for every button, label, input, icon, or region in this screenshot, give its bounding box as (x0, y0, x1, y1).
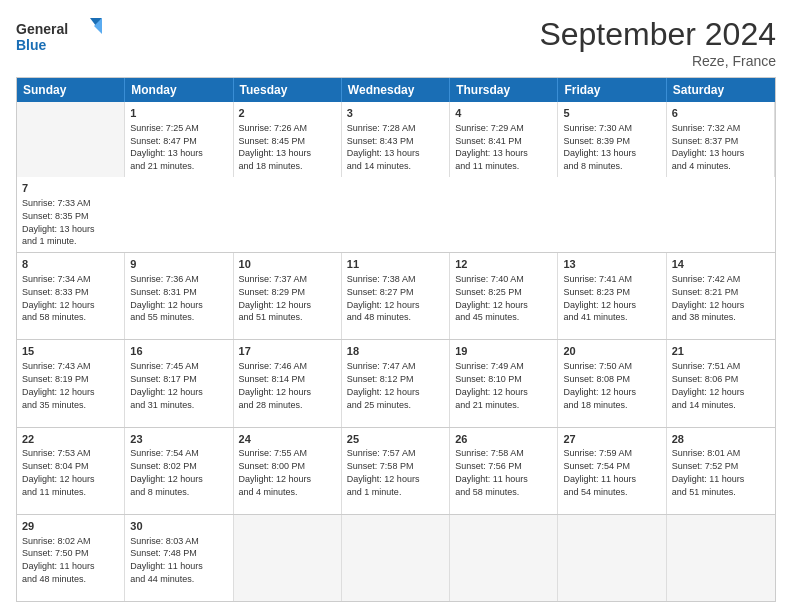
cell-text: Sunrise: 7:25 AMSunset: 8:47 PMDaylight:… (130, 123, 203, 171)
day-number: 27 (563, 432, 660, 447)
cell-text: Sunrise: 8:02 AMSunset: 7:50 PMDaylight:… (22, 536, 95, 584)
week-row-3: 15 Sunrise: 7:43 AMSunset: 8:19 PMDaylig… (17, 340, 775, 427)
cell-text: Sunrise: 7:59 AMSunset: 7:54 PMDaylight:… (563, 448, 636, 496)
cal-cell-sep4: 4 Sunrise: 7:29 AMSunset: 8:41 PMDayligh… (450, 102, 558, 177)
month-title: September 2024 (539, 16, 776, 53)
day-number: 14 (672, 257, 770, 272)
day-number: 25 (347, 432, 444, 447)
cell-text: Sunrise: 7:28 AMSunset: 8:43 PMDaylight:… (347, 123, 420, 171)
cell-text: Sunrise: 7:53 AMSunset: 8:04 PMDaylight:… (22, 448, 95, 496)
day-number: 20 (563, 344, 660, 359)
day-number: 24 (239, 432, 336, 447)
header-tuesday: Tuesday (234, 78, 342, 102)
cal-cell-sep11: 11 Sunrise: 7:38 AMSunset: 8:27 PMDaylig… (342, 253, 450, 339)
logo: General Blue (16, 16, 106, 58)
cell-text: Sunrise: 7:50 AMSunset: 8:08 PMDaylight:… (563, 361, 636, 409)
cal-cell-sep26: 26 Sunrise: 7:58 AMSunset: 7:56 PMDaylig… (450, 428, 558, 514)
calendar-body: 1 Sunrise: 7:25 AMSunset: 8:47 PMDayligh… (17, 102, 775, 601)
cell-text: Sunrise: 7:47 AMSunset: 8:12 PMDaylight:… (347, 361, 420, 409)
day-number: 5 (563, 106, 660, 121)
cell-text: Sunrise: 7:32 AMSunset: 8:37 PMDaylight:… (672, 123, 745, 171)
cal-cell-sep7: 7 Sunrise: 7:33 AMSunset: 8:35 PMDayligh… (17, 177, 125, 252)
cell-text: Sunrise: 7:45 AMSunset: 8:17 PMDaylight:… (130, 361, 203, 409)
day-number: 3 (347, 106, 444, 121)
calendar: Sunday Monday Tuesday Wednesday Thursday… (16, 77, 776, 602)
cal-cell-sep12: 12 Sunrise: 7:40 AMSunset: 8:25 PMDaylig… (450, 253, 558, 339)
cal-cell-sep5: 5 Sunrise: 7:30 AMSunset: 8:39 PMDayligh… (558, 102, 666, 177)
day-number: 16 (130, 344, 227, 359)
cal-cell-sep29: 29 Sunrise: 8:02 AMSunset: 7:50 PMDaylig… (17, 515, 125, 601)
cell-text: Sunrise: 7:42 AMSunset: 8:21 PMDaylight:… (672, 274, 745, 322)
day-number: 17 (239, 344, 336, 359)
cell-text: Sunrise: 7:46 AMSunset: 8:14 PMDaylight:… (239, 361, 312, 409)
day-number: 29 (22, 519, 119, 534)
cal-cell-empty-5 (558, 515, 666, 601)
cal-cell-sep17: 17 Sunrise: 7:46 AMSunset: 8:14 PMDaylig… (234, 340, 342, 426)
logo-svg: General Blue (16, 16, 106, 58)
cal-cell-empty-3 (342, 515, 450, 601)
cell-text: Sunrise: 7:58 AMSunset: 7:56 PMDaylight:… (455, 448, 528, 496)
cal-cell-sep18: 18 Sunrise: 7:47 AMSunset: 8:12 PMDaylig… (342, 340, 450, 426)
day-number: 26 (455, 432, 552, 447)
day-number: 8 (22, 257, 119, 272)
cell-text: Sunrise: 8:03 AMSunset: 7:48 PMDaylight:… (130, 536, 203, 584)
svg-text:Blue: Blue (16, 37, 47, 53)
day-number: 12 (455, 257, 552, 272)
cell-text: Sunrise: 7:51 AMSunset: 8:06 PMDaylight:… (672, 361, 745, 409)
cal-cell-sep19: 19 Sunrise: 7:49 AMSunset: 8:10 PMDaylig… (450, 340, 558, 426)
cal-cell-sep24: 24 Sunrise: 7:55 AMSunset: 8:00 PMDaylig… (234, 428, 342, 514)
header-saturday: Saturday (667, 78, 775, 102)
cell-text: Sunrise: 7:38 AMSunset: 8:27 PMDaylight:… (347, 274, 420, 322)
cal-cell-sep22: 22 Sunrise: 7:53 AMSunset: 8:04 PMDaylig… (17, 428, 125, 514)
cell-text: Sunrise: 7:40 AMSunset: 8:25 PMDaylight:… (455, 274, 528, 322)
cal-cell-sep3: 3 Sunrise: 7:28 AMSunset: 8:43 PMDayligh… (342, 102, 450, 177)
header-friday: Friday (558, 78, 666, 102)
day-number: 30 (130, 519, 227, 534)
day-number: 4 (455, 106, 552, 121)
cal-cell-sep14: 14 Sunrise: 7:42 AMSunset: 8:21 PMDaylig… (667, 253, 775, 339)
cal-cell-sep30: 30 Sunrise: 8:03 AMSunset: 7:48 PMDaylig… (125, 515, 233, 601)
cal-cell-sep13: 13 Sunrise: 7:41 AMSunset: 8:23 PMDaylig… (558, 253, 666, 339)
day-number: 15 (22, 344, 119, 359)
page: General Blue September 2024 Reze, France… (0, 0, 792, 612)
cell-text: Sunrise: 8:01 AMSunset: 7:52 PMDaylight:… (672, 448, 745, 496)
week-row-4: 22 Sunrise: 7:53 AMSunset: 8:04 PMDaylig… (17, 428, 775, 515)
cal-cell-sep10: 10 Sunrise: 7:37 AMSunset: 8:29 PMDaylig… (234, 253, 342, 339)
cell-text: Sunrise: 7:29 AMSunset: 8:41 PMDaylight:… (455, 123, 528, 171)
cell-text: Sunrise: 7:33 AMSunset: 8:35 PMDaylight:… (22, 198, 95, 246)
title-block: September 2024 Reze, France (539, 16, 776, 69)
cal-cell-sep9: 9 Sunrise: 7:36 AMSunset: 8:31 PMDayligh… (125, 253, 233, 339)
cal-cell-sep27: 27 Sunrise: 7:59 AMSunset: 7:54 PMDaylig… (558, 428, 666, 514)
calendar-header: Sunday Monday Tuesday Wednesday Thursday… (17, 78, 775, 102)
week-row-5: 29 Sunrise: 8:02 AMSunset: 7:50 PMDaylig… (17, 515, 775, 601)
cal-cell-sep23: 23 Sunrise: 7:54 AMSunset: 8:02 PMDaylig… (125, 428, 233, 514)
day-number: 21 (672, 344, 770, 359)
day-number: 18 (347, 344, 444, 359)
cal-cell-sep28: 28 Sunrise: 8:01 AMSunset: 7:52 PMDaylig… (667, 428, 775, 514)
cal-cell-empty-1 (17, 102, 125, 177)
cal-cell-sep6: 6 Sunrise: 7:32 AMSunset: 8:37 PMDayligh… (667, 102, 775, 177)
header-wednesday: Wednesday (342, 78, 450, 102)
cal-cell-empty-4 (450, 515, 558, 601)
cal-cell-sep8: 8 Sunrise: 7:34 AMSunset: 8:33 PMDayligh… (17, 253, 125, 339)
cell-text: Sunrise: 7:49 AMSunset: 8:10 PMDaylight:… (455, 361, 528, 409)
day-number: 28 (672, 432, 770, 447)
cal-cell-sep20: 20 Sunrise: 7:50 AMSunset: 8:08 PMDaylig… (558, 340, 666, 426)
day-number: 7 (22, 181, 120, 196)
day-number: 23 (130, 432, 227, 447)
cell-text: Sunrise: 7:57 AMSunset: 7:58 PMDaylight:… (347, 448, 420, 496)
header-sunday: Sunday (17, 78, 125, 102)
header-thursday: Thursday (450, 78, 558, 102)
header: General Blue September 2024 Reze, France (16, 16, 776, 69)
header-monday: Monday (125, 78, 233, 102)
cell-text: Sunrise: 7:41 AMSunset: 8:23 PMDaylight:… (563, 274, 636, 322)
day-number: 6 (672, 106, 769, 121)
cal-cell-sep15: 15 Sunrise: 7:43 AMSunset: 8:19 PMDaylig… (17, 340, 125, 426)
cell-text: Sunrise: 7:54 AMSunset: 8:02 PMDaylight:… (130, 448, 203, 496)
cal-cell-sep21: 21 Sunrise: 7:51 AMSunset: 8:06 PMDaylig… (667, 340, 775, 426)
day-number: 19 (455, 344, 552, 359)
svg-text:General: General (16, 21, 68, 37)
day-number: 22 (22, 432, 119, 447)
cal-cell-sep2: 2 Sunrise: 7:26 AMSunset: 8:45 PMDayligh… (234, 102, 342, 177)
day-number: 2 (239, 106, 336, 121)
